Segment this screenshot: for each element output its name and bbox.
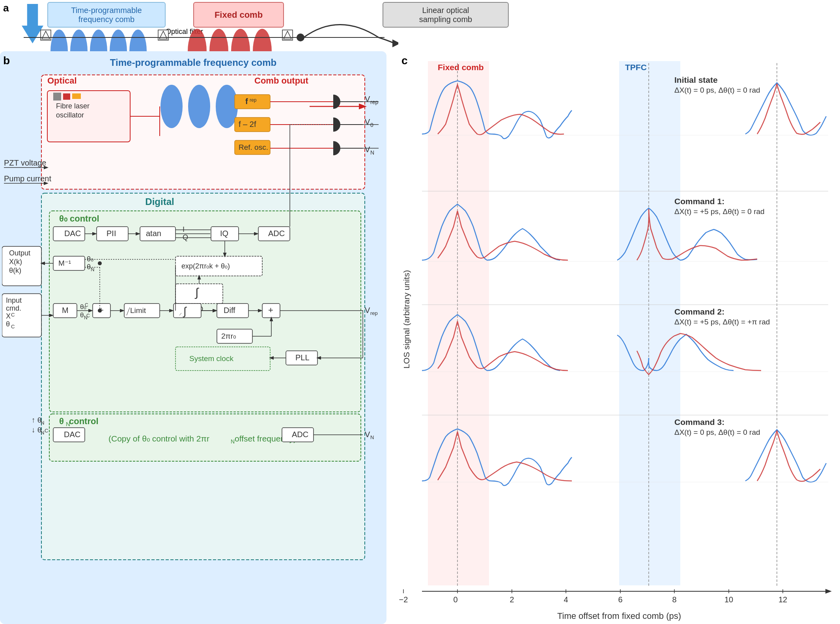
section-a: a Time-programmable frequency comb Fixed…: [0, 0, 394, 51]
svg-text:Fixed comb: Fixed comb: [438, 63, 484, 72]
svg-text:I: I: [183, 225, 185, 233]
svg-text:PII: PII: [106, 229, 116, 238]
svg-text:PLL: PLL: [295, 353, 310, 362]
svg-text:N: N: [41, 430, 44, 436]
svg-text:ΔX(t) = 0 ps, Δθ(t) = 0 rad: ΔX(t) = 0 ps, Δθ(t) = 0 rad: [674, 86, 760, 94]
svg-text:Initial state: Initial state: [674, 75, 718, 84]
svg-rect-25: [63, 93, 70, 100]
svg-text:Q: Q: [183, 233, 188, 241]
svg-point-1: [70, 30, 88, 53]
panel-b-label: b: [3, 54, 10, 67]
svg-point-9: [188, 29, 207, 53]
svg-point-27: [161, 85, 183, 128]
svg-text:M⁻¹: M⁻¹: [58, 259, 71, 267]
svg-point-12: [253, 29, 272, 53]
svg-text:LOS signal (arbitrary units): LOS signal (arbitrary units): [402, 270, 411, 369]
svg-text:rep: rep: [370, 310, 378, 316]
svg-text:ΔX(t) = 0 ps, Δθ(t) = 0 rad: ΔX(t) = 0 ps, Δθ(t) = 0 rad: [674, 428, 760, 436]
svg-rect-80: [175, 284, 223, 304]
svg-text:8: 8: [672, 595, 676, 604]
svg-text:θ: θ: [59, 416, 64, 426]
svg-text:2πr₀: 2πr₀: [221, 332, 236, 340]
svg-point-0: [50, 30, 68, 53]
svg-text:↑ θ: ↑ θ: [32, 416, 41, 424]
svg-text:Time offset from fixed comb (p: Time offset from fixed comb (ps): [557, 611, 681, 621]
svg-text:(Copy of θ₀ control with 2πr: (Copy of θ₀ control with 2πr: [108, 434, 209, 443]
svg-text:Diff: Diff: [224, 306, 235, 315]
svg-text:f: f: [245, 97, 248, 106]
svg-text:V: V: [365, 306, 370, 315]
los-comb-label-box: Linear optical sampling comb: [383, 2, 509, 28]
svg-text:θ₀: θ₀: [87, 255, 93, 263]
svg-text:↓ θ: ↓ θ: [32, 426, 41, 434]
svg-text:cmd.: cmd.: [6, 304, 21, 312]
svg-rect-24: [53, 93, 61, 101]
svg-text:ΔX(t) = +5 ps, Δθ(t) = 0 rad: ΔX(t) = +5 ps, Δθ(t) = 0 rad: [674, 207, 765, 216]
svg-text:Comb output: Comb output: [254, 76, 309, 86]
svg-rect-113: [174, 304, 201, 318]
svg-text:rep: rep: [250, 97, 257, 103]
svg-text:C: C: [11, 324, 15, 330]
svg-point-10: [209, 29, 228, 53]
svg-text:IQ: IQ: [220, 229, 228, 238]
top-baseline: [0, 35, 386, 40]
svg-text:oscillator: oscillator: [56, 111, 84, 119]
svg-text:exp(2πr₀k + θ₀): exp(2πr₀k + θ₀): [181, 262, 230, 270]
svg-text:ΔX(t) = +5 ps, Δθ(t) = +π rad: ΔX(t) = +5 ps, Δθ(t) = +π rad: [674, 318, 770, 326]
svg-point-28: [188, 85, 210, 128]
svg-text:X(k): X(k): [9, 258, 22, 266]
svg-text:ADC: ADC: [292, 430, 308, 439]
svg-text:2: 2: [510, 595, 514, 604]
svg-text:6: 6: [618, 595, 622, 604]
svg-text:N: N: [41, 420, 44, 426]
svg-point-2: [90, 30, 107, 53]
panel-c-svg: LOS signal (arbitrary units) Fixed comb …: [398, 51, 836, 624]
svg-text:ADC: ADC: [268, 229, 285, 238]
svg-text:C: C: [45, 428, 48, 434]
svg-text:∫: ∫: [194, 286, 199, 299]
svg-text:θ: θ: [80, 311, 84, 319]
svg-text:control: control: [69, 416, 99, 426]
block-diagram-svg: Optical Comb output Fibre laser oscillat…: [2, 71, 381, 623]
svg-text:N: N: [370, 434, 374, 440]
svg-text:f – 2f: f – 2f: [239, 120, 256, 129]
svg-text:Ref. osc.: Ref. osc.: [239, 143, 268, 151]
svg-text:C: C: [86, 313, 90, 319]
svg-text:Optical: Optical: [47, 76, 77, 86]
svg-text:Command 1:: Command 1:: [674, 197, 724, 206]
svg-text:−2: −2: [399, 595, 408, 604]
svg-text:+: +: [268, 305, 273, 315]
svg-text:0: 0: [370, 122, 373, 128]
svg-text:10: 10: [724, 595, 733, 604]
svg-text:Pump current: Pump current: [4, 174, 51, 183]
svg-text:rep: rep: [370, 99, 378, 105]
svg-text:Digital: Digital: [145, 196, 174, 207]
svg-point-11: [231, 29, 250, 53]
svg-text:N: N: [370, 149, 374, 156]
svg-text:TPFC: TPFC: [625, 63, 647, 72]
svg-text:C: C: [85, 302, 88, 308]
svg-text:Command 3:: Command 3:: [674, 417, 724, 427]
svg-rect-26: [72, 93, 81, 99]
svg-point-167: [98, 261, 102, 265]
svg-text:12: 12: [778, 595, 787, 604]
tpfc-label-box: Time-programmable frequency comb: [47, 2, 166, 28]
svg-text:C: C: [11, 312, 15, 318]
panel-a-label: a: [3, 2, 9, 14]
svg-text:θ(k): θ(k): [9, 266, 21, 274]
svg-text:System clock: System clock: [189, 354, 233, 363]
svg-text:V: V: [365, 145, 370, 154]
svg-text:Input: Input: [6, 296, 22, 304]
svg-text:θ: θ: [6, 320, 10, 328]
svg-text:V: V: [365, 430, 370, 439]
svg-text:N: N: [231, 438, 235, 445]
svg-text:Command 2:: Command 2:: [674, 307, 724, 316]
svg-text:Limit: Limit: [130, 306, 146, 315]
svg-text:Output: Output: [9, 249, 30, 257]
section-b: b Time-programmable frequency comb Optic…: [0, 51, 386, 624]
svg-text:0: 0: [453, 595, 457, 604]
svg-text:4: 4: [564, 595, 568, 604]
svg-text:θ₀ control: θ₀ control: [59, 214, 99, 224]
svg-marker-15: [392, 39, 398, 47]
tpfc-pulses: [47, 28, 158, 53]
